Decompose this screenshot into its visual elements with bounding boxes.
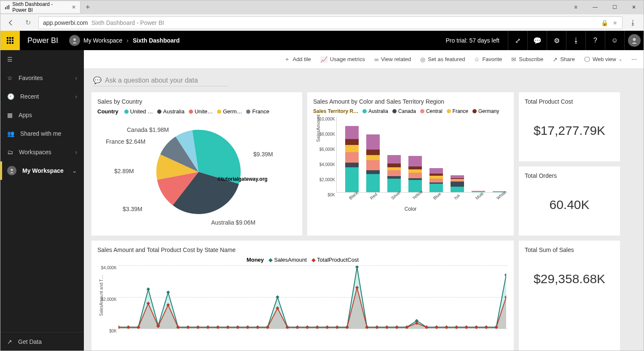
powerbi-header: Power BI My Workspace › Sixth Dashboard … [0,31,644,50]
hamburger-icon[interactable]: ☰ [0,50,84,69]
pie-slice-label: Canada $1.98M [127,126,169,133]
sidebar-item-workspaces[interactable]: 🗂 Workspaces › [0,143,84,161]
breadcrumb: My Workspace › Sixth Dashboard [83,37,180,44]
clock-icon: 🕘 [7,93,14,100]
url-path: Sixth Dashboard - Power BI [91,19,164,26]
url-domain: app.powerbi.com [43,19,88,26]
monitor-icon: 🖵 [584,56,590,63]
web-view-button[interactable]: 🖵Web view⌄ [584,56,622,63]
svg-point-5 [11,169,13,171]
back-icon[interactable] [5,16,17,29]
qna-input[interactable]: 💬 Ask a question about your data [93,76,228,86]
tile-sales-by-color[interactable]: Sales Amount by Color and Sales Territor… [307,92,514,236]
svg-rect-1 [7,6,8,9]
sidebar-item-shared[interactable]: 👥 Shared with me [0,124,84,143]
x-tick: Blue [432,191,442,200]
tile-kpi-total-orders[interactable]: Total Orders 60.40K [519,166,620,236]
legend-title: Money [247,257,264,263]
svg-rect-22 [276,295,279,299]
target-icon: ◎ [420,56,425,63]
breadcrumb-workspace[interactable]: My Workspace [83,37,122,44]
usage-metrics-button[interactable]: 📈Usage metrics [320,56,365,63]
kpi-value: $17,277.79K [525,123,614,138]
app-launcher-icon[interactable] [0,31,20,50]
tile-sales-by-country[interactable]: Sales by Country Country United … Austra… [91,92,302,236]
download-icon[interactable]: ⭳ [627,16,639,29]
tile-title: Total Sum of Sales [525,247,614,253]
close-icon[interactable]: ✕ [72,4,76,10]
refresh-icon[interactable]: ↻ [21,16,34,29]
legend-item: Canada [398,108,416,114]
related-icon: ∞ [374,56,378,63]
share-button[interactable]: ↗Share [553,56,575,63]
plus-icon: ＋ [284,56,290,63]
svg-point-4 [633,38,636,41]
watermark-label: ©tutorialgateway.org [217,176,268,182]
address-bar: ↻ app.powerbi.com Sixth Dashboard - Powe… [0,14,644,31]
sidebar-label: Shared with me [20,130,61,137]
legend-item: Australia [368,108,388,114]
bar-chart-icon [5,4,10,10]
sidebar-label: Workspaces [19,149,51,155]
smile-icon[interactable]: ☺ [605,31,624,50]
sidebar-item-favorites[interactable]: ☆ Favorites › [0,69,84,87]
help-icon[interactable]: ? [585,31,605,50]
workspace-icon: 🗂 [7,149,13,155]
ellipsis-icon: ⋯ [631,56,637,62]
user-avatar-icon[interactable] [624,31,644,50]
close-window-icon[interactable]: ✕ [624,0,644,14]
legend-item: Unite… [195,108,213,115]
sidebar-item-get-data[interactable]: ↗ Get Data [0,332,84,351]
legend-title: Sales Territory R… [313,108,358,114]
tile-title: Total Product Cost [525,98,614,105]
tile-kpi-total-product-cost[interactable]: Total Product Cost $17,277.79K [519,92,620,161]
pie-legend: Country United … Australia Unite… Germ… … [97,108,296,115]
tile-title: Total Orders [525,172,614,179]
browser-tab[interactable]: Sixth Dashboard - Power BI ✕ [0,1,80,13]
mail-icon: ✉ [511,56,516,63]
add-tile-button[interactable]: ＋Add tile [284,56,311,63]
chat-icon[interactable]: 💬 [527,31,547,50]
download-pbi-icon[interactable]: ⭳ [566,31,585,50]
favorite-button[interactable]: ☆Favorite [474,56,502,63]
bar-legend: Sales Territory R… Australia Canada Cent… [313,108,508,114]
sidebar-label: Get Data [18,338,42,345]
minimize-icon[interactable]: — [585,0,605,14]
view-related-button[interactable]: ∞View related [374,56,411,63]
kpi-value: $29,358.68K [525,272,614,286]
sidebar-item-my-workspace[interactable]: My Workspace ⌄ [0,161,84,180]
chevron-down-icon: ⌄ [619,57,622,62]
tool-label: View related [381,56,411,62]
fullscreen-icon[interactable]: ⤢ [508,31,527,50]
set-featured-button[interactable]: ◎Set as featured [420,56,465,63]
new-tab-button[interactable]: + [80,3,95,12]
sidebar: ☰ ☆ Favorites › 🕘 Recent › ▦ Apps 👥 Shar… [0,50,84,351]
maximize-icon[interactable]: ☐ [605,0,624,14]
chart-line-icon: 📈 [320,56,327,63]
tile-kpi-total-sales[interactable]: Total Sum of Sales $29,358.68K [519,241,620,351]
sidebar-item-apps[interactable]: ▦ Apps [0,106,84,124]
chevron-right-icon: › [75,149,77,155]
legend-item: SalesAmount [274,257,307,263]
url-input[interactable]: app.powerbi.com Sixth Dashboard - Power … [38,16,623,29]
more-button[interactable]: ⋯ [631,56,637,62]
sidebar-label: Recent [20,93,39,100]
share-people-icon: 👥 [7,130,14,137]
sidebar-label: My Workspace [22,167,64,174]
user-avatar-small-icon[interactable] [69,35,80,46]
star-icon: ☆ [474,56,480,63]
trial-status: Pro trial: 57 days left [437,37,508,44]
person-icon [7,166,16,175]
gear-icon[interactable]: ⚙ [547,31,566,50]
svg-rect-0 [5,7,6,9]
browser-tab-bar: Sixth Dashboard - Power BI ✕ + ≡ — ☐ ✕ [0,0,644,14]
y-tick: $10,000K [317,117,337,121]
subscribe-button[interactable]: ✉Subscribe [511,56,543,63]
sidebar-item-recent[interactable]: 🕘 Recent › [0,87,84,106]
star-icon[interactable]: ★ [612,19,618,26]
tile-sales-cost-by-state[interactable]: Sales Amount and Total Product Cost by S… [91,241,514,351]
x-tick: Red [369,192,378,200]
x-axis-label: Color [313,206,508,212]
browser-menu-icon[interactable]: ≡ [566,0,585,14]
svg-rect-30 [355,265,359,269]
